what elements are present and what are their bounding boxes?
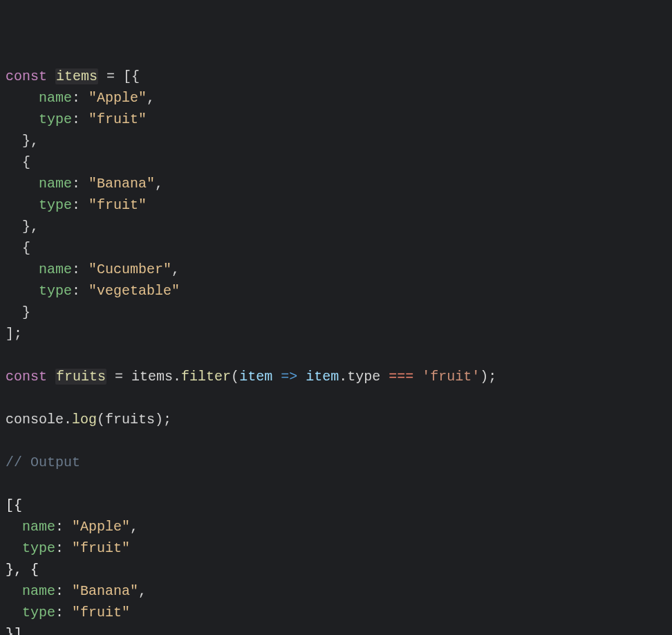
arrow-fn: =>	[272, 369, 306, 385]
string-literal: 'fruit'	[422, 369, 480, 385]
code-line: name: "Banana",	[6, 173, 666, 194]
code-line: const items = [{	[6, 66, 666, 87]
output-line: }, {	[6, 559, 666, 580]
comment-output: // Output	[6, 454, 80, 470]
output-line: name: "Apple",	[6, 516, 666, 537]
comment-line: // Output	[6, 452, 666, 473]
code-editor[interactable]: const items = [{ name: "Apple", type: "f…	[6, 66, 666, 635]
code-line: type: "fruit"	[6, 194, 666, 216]
string-literal: "Cucumber"	[88, 261, 171, 277]
prop-name: name	[39, 261, 72, 277]
keyword-const: const	[6, 369, 47, 385]
string-literal: "fruit"	[88, 111, 147, 127]
code-line: const fruits = items.filter(item => item…	[6, 366, 666, 387]
output-line: name: "Banana",	[6, 580, 666, 602]
param-item: item	[239, 369, 272, 385]
string-literal: "vegetable"	[88, 283, 180, 299]
var-fruits: fruits	[55, 369, 106, 385]
method-log: log	[72, 412, 97, 427]
prop-type: type	[39, 283, 72, 299]
code-line: },	[6, 130, 666, 151]
string-literal: "Banana"	[88, 176, 155, 192]
blank-line	[6, 473, 666, 495]
blank-line	[6, 430, 666, 452]
code-line: console.log(fruits);	[6, 409, 666, 430]
blank-line	[6, 387, 666, 409]
strict-eq: ===	[380, 369, 422, 385]
code-line: {	[6, 151, 666, 173]
prop-name: name	[39, 176, 72, 192]
output-line: type: "fruit"	[6, 537, 666, 559]
code-line: },	[6, 216, 666, 237]
output-line: }]	[6, 623, 666, 635]
code-line: name: "Cucumber",	[6, 259, 666, 280]
code-line: }	[6, 302, 666, 323]
keyword-const: const	[6, 68, 47, 84]
blank-line	[6, 344, 666, 366]
output-line: type: "fruit"	[6, 602, 666, 623]
var-items: items	[55, 68, 98, 84]
prop-type: type	[39, 197, 72, 213]
code-line: name: "Apple",	[6, 87, 666, 109]
string-literal: "fruit"	[88, 197, 147, 213]
method-filter: filter	[181, 369, 231, 385]
string-literal: "Apple"	[88, 90, 147, 106]
code-line: {	[6, 237, 666, 259]
code-line: type: "fruit"	[6, 109, 666, 130]
output-line: [{	[6, 495, 666, 516]
code-line: type: "vegetable"	[6, 280, 666, 302]
prop-name: name	[39, 90, 72, 106]
prop-type: type	[39, 111, 72, 127]
code-line: ];	[6, 323, 666, 344]
